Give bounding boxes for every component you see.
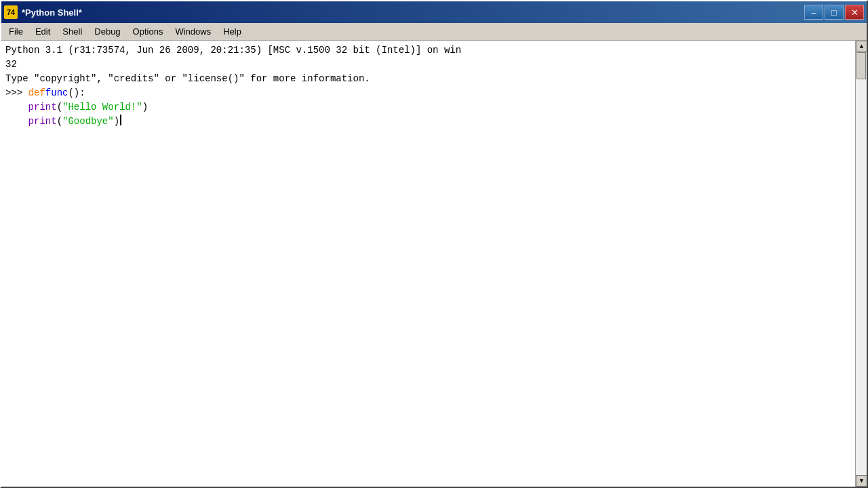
scrollbar-thumb[interactable] [856,52,866,79]
menu-debug[interactable]: Debug [88,24,126,39]
minimize-button[interactable]: – [804,5,823,20]
close-button[interactable]: ✕ [845,5,864,20]
shell-text-area[interactable]: Python 3.1 (r31:73574, Jun 26 2009, 20:2… [1,41,855,487]
vertical-scrollbar[interactable]: ▲ ▼ [855,41,867,487]
code-line-2: print ( "Hello World!" ) [5,100,851,115]
function-name: func [45,86,68,100]
func-rest: (): [68,86,85,100]
keyword-def: def [28,86,45,100]
prompt-1: >>> [5,86,28,100]
menu-bar: File Edit Shell Debug Options Windows He… [1,23,867,41]
string-goodbye: "Goodbye" [62,115,114,129]
open-paren-2: ( [57,115,62,129]
scroll-up-button[interactable]: ▲ [856,41,867,52]
code-line-1: >>> def func (): [5,86,851,100]
app-icon: 74 [4,5,18,19]
shell-content: Python 3.1 (r31:73574, Jun 26 2009, 20:2… [1,41,867,487]
info-line-3: Type "copyright", "credits" or "license(… [5,72,851,86]
menu-shell[interactable]: Shell [56,24,88,39]
text-cursor [120,115,121,125]
print-2: print [28,115,57,129]
maximize-button[interactable]: □ [825,5,844,20]
open-paren-1: ( [57,100,62,115]
scroll-down-button[interactable]: ▼ [856,475,867,487]
menu-options[interactable]: Options [127,24,170,39]
indent-3 [5,115,28,129]
close-paren-1: ) [142,100,148,115]
indent-2 [5,100,28,115]
close-paren-2: ) [114,115,119,129]
menu-help[interactable]: Help [217,24,248,39]
window-title: *Python Shell* [22,7,800,18]
code-line-3: print ( "Goodbye" ) [5,115,851,129]
info-line-2: 32 [5,58,851,72]
window-controls: – □ ✕ [804,5,864,20]
menu-edit[interactable]: Edit [29,24,56,39]
title-bar: 74 *Python Shell* – □ ✕ [1,1,867,23]
menu-windows[interactable]: Windows [169,24,217,39]
info-line-1: Python 3.1 (r31:73574, Jun 26 2009, 20:2… [5,43,851,58]
scrollbar-track[interactable] [856,52,867,475]
string-hello: "Hello World!" [62,100,142,115]
menu-file[interactable]: File [3,24,29,39]
print-1: print [28,100,57,115]
window: 74 *Python Shell* – □ ✕ File Edit Shell … [0,0,868,488]
